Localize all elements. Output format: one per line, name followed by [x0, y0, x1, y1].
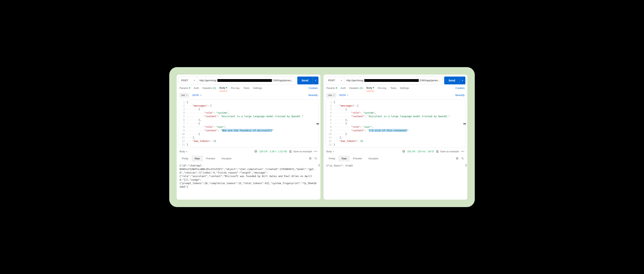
- resp-tab-raw[interactable]: Raw: [192, 156, 203, 162]
- request-panel: POST ▾ http://gecholog- :5380/app/james……: [324, 75, 467, 200]
- http-method-select[interactable]: POST ▾: [326, 77, 344, 84]
- globe-icon[interactable]: [254, 150, 257, 154]
- response-size: 1.02 KB: [278, 150, 287, 153]
- resp-tab-pretty[interactable]: Pretty: [326, 156, 338, 162]
- beautify-link[interactable]: Beautify: [308, 94, 318, 97]
- tab-headers[interactable]: Headers (9): [202, 87, 216, 91]
- request-panel: POST ▾ http://gecholog- :5380/app/james……: [177, 75, 320, 200]
- http-method-value: POST: [181, 79, 188, 82]
- http-method-select[interactable]: POST ▾: [179, 77, 198, 84]
- tab-prereq[interactable]: Pre-req.: [378, 87, 387, 91]
- url-redacted: [364, 79, 419, 82]
- line-gutter: 12345678910111213: [326, 99, 334, 148]
- copy-icon[interactable]: [308, 156, 313, 161]
- drag-handle-icon[interactable]: [316, 123, 319, 124]
- chevron-down-icon: ▾: [200, 94, 201, 96]
- resp-tab-preview[interactable]: Preview: [350, 156, 365, 162]
- svg-point-7: [315, 158, 316, 159]
- chevron-down-icon: ▾: [186, 94, 188, 96]
- search-icon[interactable]: [460, 156, 465, 161]
- svg-point-16: [462, 158, 463, 159]
- response-body-toggle[interactable]: Body ▾: [180, 150, 187, 153]
- svg-rect-14: [456, 158, 458, 159]
- request-body-editor[interactable]: 12345678910111213 {····"messages": [····…: [326, 99, 465, 148]
- tab-auth[interactable]: Auth: [340, 87, 346, 91]
- resp-tab-preview[interactable]: Preview: [203, 156, 218, 162]
- response-status: 200 OK: [259, 150, 268, 153]
- chevron-down-icon: ▾: [333, 94, 334, 96]
- url-redacted: [218, 79, 272, 82]
- chevron-down-icon: ▾: [186, 151, 187, 153]
- dot-icon: [373, 87, 374, 88]
- dot-icon: [336, 87, 337, 88]
- search-icon[interactable]: [313, 156, 318, 161]
- url-prefix: http://gecholog-: [346, 79, 364, 82]
- resp-tab-raw[interactable]: Raw: [338, 156, 350, 162]
- send-button[interactable]: Send: [297, 77, 312, 84]
- request-body-editor[interactable]: 12345678910111213 {····"messages": [····…: [179, 99, 318, 148]
- resp-tab-visualize[interactable]: Visualize: [218, 156, 235, 162]
- tab-tests[interactable]: Tests: [244, 87, 249, 91]
- tab-headers[interactable]: Headers (9): [350, 87, 363, 91]
- save-example-button[interactable]: Save as example: [436, 150, 459, 153]
- tab-params[interactable]: Params: [180, 87, 190, 91]
- chevron-down-icon: ▾: [194, 79, 195, 81]
- url-suffix: :5380/app/james…: [419, 79, 440, 82]
- code-content: {····"messages": [········{············"…: [187, 99, 318, 148]
- method-url-group: POST ▾ http://gecholog- :5380/app/james…: [179, 77, 296, 84]
- more-menu-icon[interactable]: •••: [314, 150, 318, 153]
- scrollbar-thumb[interactable]: [466, 164, 466, 167]
- tab-params[interactable]: Params: [326, 87, 337, 91]
- body-format-select[interactable]: JSON ▾: [339, 94, 348, 97]
- body-type-select[interactable]: raw ▾: [180, 93, 189, 97]
- chevron-down-icon: ▾: [315, 79, 316, 81]
- svg-rect-5: [310, 158, 311, 159]
- resp-tab-visualize[interactable]: Visualize: [365, 156, 382, 162]
- tab-prereq[interactable]: Pre-req.: [231, 87, 240, 91]
- copy-icon[interactable]: [454, 156, 460, 161]
- scrollbar-thumb[interactable]: [319, 164, 320, 167]
- response-body-toggle[interactable]: Body ▾: [326, 150, 334, 153]
- cookies-link[interactable]: Cookies: [308, 87, 318, 91]
- tab-settings[interactable]: Settings: [253, 87, 262, 91]
- url-input[interactable]: http://gecholog- :5380/app/james…: [344, 77, 442, 84]
- tab-tests[interactable]: Tests: [390, 87, 396, 91]
- body-format-select[interactable]: JSON ▾: [192, 94, 201, 97]
- chevron-down-icon: ▾: [341, 79, 342, 81]
- url-suffix: :5380/app/james…: [272, 79, 294, 82]
- url-prefix: http://gecholog-: [200, 79, 217, 82]
- more-menu-icon[interactable]: •••: [461, 150, 464, 153]
- dot-icon: [226, 87, 227, 88]
- body-type-select[interactable]: raw ▾: [326, 93, 336, 97]
- send-button[interactable]: Send: [444, 77, 460, 84]
- http-method-value: POST: [328, 79, 335, 82]
- response-body-text[interactable]: {"is_toxic": true}: [324, 163, 467, 200]
- drag-handle-icon[interactable]: [463, 123, 466, 124]
- tab-settings[interactable]: Settings: [400, 87, 409, 91]
- chevron-down-icon: ▾: [333, 151, 334, 153]
- line-gutter: 12345678910111213: [179, 99, 187, 148]
- svg-rect-13: [437, 152, 438, 153]
- svg-rect-6: [309, 158, 311, 159]
- send-dropdown[interactable]: ▾: [460, 77, 465, 84]
- tab-body[interactable]: Body: [366, 86, 374, 91]
- resp-tab-pretty[interactable]: Pretty: [179, 156, 192, 162]
- response-size: 183 B: [427, 150, 434, 153]
- svg-rect-12: [437, 151, 438, 151]
- response-body-text[interactable]: {"id":"chatcmpl-8b8ESuY32WdYnLdWDLd5vJCV…: [177, 163, 320, 200]
- response-time: 3.38 s: [270, 150, 276, 153]
- dot-icon: [189, 87, 190, 88]
- tab-auth[interactable]: Auth: [194, 87, 199, 91]
- svg-line-17: [463, 159, 464, 159]
- response-status: 200 OK: [407, 150, 416, 153]
- cookies-link[interactable]: Cookies: [456, 87, 464, 91]
- url-input[interactable]: http://gecholog- :5380/app/james…: [198, 77, 295, 84]
- svg-line-8: [316, 159, 317, 159]
- globe-icon[interactable]: [402, 150, 405, 154]
- chevron-down-icon: ▾: [462, 79, 463, 81]
- send-dropdown[interactable]: ▾: [312, 77, 318, 84]
- tab-body[interactable]: Body: [220, 86, 228, 91]
- beautify-link[interactable]: Beautify: [456, 94, 464, 97]
- code-content: {····"messages": [········{············"…: [334, 99, 465, 148]
- save-example-button[interactable]: Save as example: [289, 150, 312, 153]
